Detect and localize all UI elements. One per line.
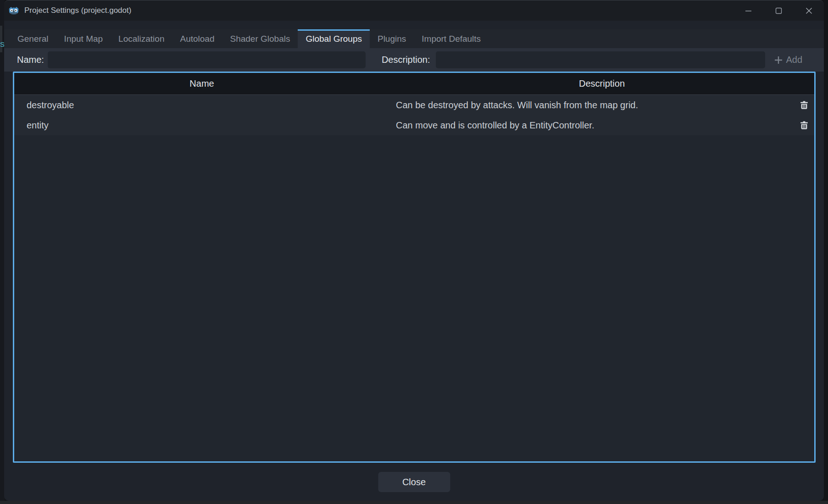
tab-input-map[interactable]: Input Map [56,29,111,48]
tab-autoload[interactable]: Autoload [172,29,222,48]
delete-group-button[interactable] [799,120,809,130]
titlebar: Project Settings (project.godot) [4,0,824,21]
tab-localization[interactable]: Localization [111,29,172,48]
trash-icon [800,121,809,130]
global-groups-table: Name Description destroyable Can be dest… [13,72,816,463]
row-group-name: destroyable [14,100,389,111]
name-label: Name: [17,55,44,65]
table-row[interactable]: entity Can move and is controlled by a E… [14,115,814,135]
project-settings-window: Project Settings (project.godot) General… [4,0,824,501]
close-icon [806,7,812,14]
trash-icon [800,100,809,110]
table-header: Name Description [14,73,814,95]
name-input[interactable] [48,51,366,68]
settings-tab-bar: General Input Map Localization Autoload … [4,29,824,48]
column-header-name[interactable]: Name [14,73,389,94]
maximize-icon [775,7,782,14]
plus-icon [774,55,783,65]
delete-group-button[interactable] [799,100,809,110]
background-bottom-strip [0,501,828,504]
group-create-toolbar: Name: Description: Add [4,48,824,72]
column-header-description[interactable]: Description [389,73,814,94]
tab-import-defaults[interactable]: Import Defaults [414,29,489,48]
description-input[interactable] [436,51,765,68]
add-group-button[interactable]: Add [770,51,807,68]
row-group-description: Can be destroyed by attacks. Will vanish… [389,100,799,111]
background-fragment [0,26,2,52]
table-row[interactable]: destroyable Can be destroyed by attacks.… [14,95,814,115]
minimize-button[interactable] [733,0,763,21]
row-group-name: entity [14,120,389,131]
tab-shader-globals[interactable]: Shader Globals [222,29,298,48]
tab-plugins[interactable]: Plugins [370,29,414,48]
tab-global-groups[interactable]: Global Groups [298,29,370,48]
godot-logo-icon [8,5,20,17]
row-group-description: Can move and is controlled by a EntityCo… [389,120,799,131]
close-dialog-button[interactable]: Close [378,472,450,492]
maximize-button[interactable] [763,0,794,21]
close-window-button[interactable] [794,0,824,21]
add-button-label: Add [786,55,803,65]
description-label: Description: [382,55,430,65]
tab-general[interactable]: General [10,29,56,48]
minimize-icon [745,7,752,14]
window-title: Project Settings (project.godot) [24,6,131,15]
